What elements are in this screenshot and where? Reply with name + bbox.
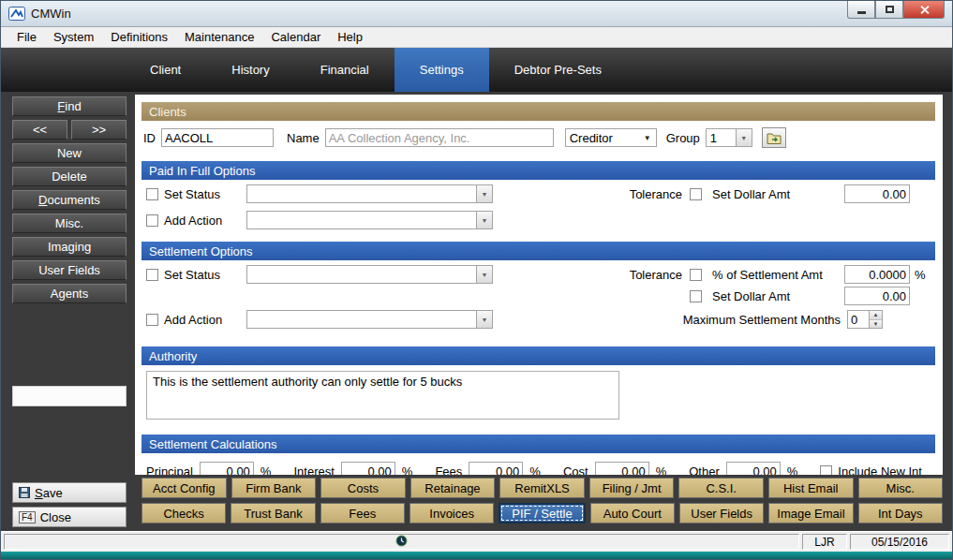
- menu-maintenance[interactable]: Maintenance: [176, 28, 262, 46]
- authority-textarea[interactable]: This is the settlement authority can onl…: [146, 371, 619, 420]
- chevron-down-icon[interactable]: ▼: [476, 311, 492, 328]
- fees-button[interactable]: Fees: [320, 503, 405, 523]
- pif-set-status-checkbox[interactable]: [146, 188, 158, 200]
- tab-financial[interactable]: Financial: [295, 48, 395, 92]
- cost-label: Cost: [563, 464, 588, 476]
- user-fields-button[interactable]: User Fields: [679, 503, 764, 523]
- invoices-button[interactable]: Invoices: [409, 503, 494, 523]
- settlement-set-dollar-row: Set Dollar Amt: [141, 287, 935, 308]
- include-new-int-checkbox[interactable]: [820, 465, 832, 476]
- auto-court-button[interactable]: Auto Court: [590, 503, 675, 523]
- record-nav: << >>: [12, 120, 127, 140]
- settlement-set-status-dropdown[interactable]: ▼: [246, 265, 493, 284]
- bottom-button-grid: Acct Config Firm Bank Costs Retainage Re…: [141, 478, 943, 528]
- sidebar-item-imaging[interactable]: Imaging: [12, 237, 127, 257]
- close-button[interactable]: F4 Close: [12, 507, 127, 527]
- settlement-add-action-dropdown[interactable]: ▼: [246, 310, 493, 329]
- sidebar-item-documents[interactable]: Documents: [12, 190, 127, 210]
- firm-bank-button[interactable]: Firm Bank: [231, 478, 317, 498]
- retainage-button[interactable]: Retainage: [410, 478, 496, 498]
- settlement-pct-suffix: %: [915, 268, 926, 282]
- csi-button[interactable]: C.S.I.: [678, 478, 764, 498]
- spin-up-icon[interactable]: ▲: [870, 311, 882, 320]
- hist-email-button[interactable]: Hist Email: [768, 478, 854, 498]
- find-button[interactable]: Find: [12, 96, 127, 116]
- tab-history[interactable]: History: [206, 48, 294, 92]
- authority-section-header: Authority: [141, 346, 935, 365]
- menu-file[interactable]: File: [8, 28, 45, 46]
- other-rate-input[interactable]: [726, 462, 781, 475]
- cost-rate-input[interactable]: [595, 462, 649, 475]
- client-name-input[interactable]: [325, 128, 554, 147]
- settlement-tolerance-group: Tolerance % of Settlement Amt %: [630, 265, 926, 284]
- costs-button[interactable]: Costs: [320, 478, 406, 498]
- prev-record-button[interactable]: <<: [12, 120, 67, 140]
- title-bar[interactable]: CMWin: [1, 1, 952, 27]
- int-days-button[interactable]: Int Days: [858, 503, 943, 523]
- chevron-down-icon[interactable]: ▼: [476, 266, 492, 283]
- menu-system[interactable]: System: [45, 28, 102, 46]
- settlement-set-status-checkbox[interactable]: [146, 269, 158, 281]
- bottom-edge: [1, 552, 952, 559]
- menu-bar: File System Definitions Maintenance Cale…: [1, 27, 952, 48]
- settlement-set-dollar-checkbox[interactable]: [690, 290, 702, 302]
- chevron-down-icon[interactable]: ▼: [476, 212, 492, 228]
- tab-settings[interactable]: Settings: [395, 48, 489, 92]
- chevron-down-icon[interactable]: ▼: [476, 185, 492, 202]
- settlement-dollar-amount-input[interactable]: [844, 287, 910, 305]
- app-icon: [8, 7, 25, 21]
- fees-rate-input[interactable]: [469, 462, 523, 475]
- client-id-input[interactable]: [161, 128, 274, 147]
- group-dropdown[interactable]: 1 ▼: [706, 128, 752, 147]
- settlement-pct-checkbox[interactable]: [690, 269, 702, 281]
- interest-rate-input[interactable]: [341, 462, 395, 475]
- menu-definitions[interactable]: Definitions: [102, 28, 176, 46]
- settlement-tolerance-label: Tolerance: [630, 268, 682, 282]
- tab-debtor-pre-sets[interactable]: Debtor Pre-Sets: [489, 48, 627, 92]
- pif-add-action-checkbox[interactable]: [146, 214, 158, 227]
- close-window-button[interactable]: [903, 1, 945, 19]
- sidebar-blank-panel: [12, 386, 127, 406]
- acct-config-button[interactable]: Acct Config: [141, 478, 227, 498]
- sidebar-item-new[interactable]: New: [12, 143, 127, 163]
- pif-set-status-dropdown[interactable]: ▼: [246, 184, 493, 203]
- clock-icon: [395, 535, 408, 547]
- close-label: Close: [40, 510, 71, 524]
- tab-client[interactable]: Client: [125, 48, 206, 92]
- misc-button[interactable]: Misc.: [858, 478, 944, 498]
- spin-down-icon[interactable]: ▼: [870, 320, 882, 329]
- pif-set-dollar-checkbox[interactable]: [690, 188, 702, 200]
- checks-button[interactable]: Checks: [141, 503, 226, 523]
- sidebar-item-delete[interactable]: Delete: [12, 167, 127, 186]
- filing-jmt-button[interactable]: Filing / Jmt: [589, 478, 675, 498]
- maximize-button[interactable]: [875, 1, 903, 19]
- remitxls-button[interactable]: RemitXLS: [499, 478, 585, 498]
- save-label: Save: [35, 486, 63, 500]
- next-record-button[interactable]: >>: [71, 120, 127, 140]
- fees-label: Fees: [435, 464, 462, 476]
- settlement-header-label: Settlement Options: [149, 244, 253, 258]
- menu-calendar[interactable]: Calendar: [262, 28, 329, 46]
- max-months-input[interactable]: [848, 311, 869, 328]
- pif-settle-button[interactable]: PIF / Settle: [499, 503, 585, 523]
- trust-bank-button[interactable]: Trust Bank: [231, 503, 315, 523]
- settlement-pct-input[interactable]: [844, 265, 910, 284]
- image-email-button[interactable]: Image Email: [768, 503, 853, 523]
- menu-help[interactable]: Help: [329, 28, 371, 46]
- chevron-down-icon[interactable]: ▼: [736, 129, 752, 146]
- sidebar-item-user-fields[interactable]: User Fields: [12, 260, 127, 280]
- save-button[interactable]: Save: [12, 482, 127, 503]
- sidebar-item-agents[interactable]: Agents: [12, 284, 127, 303]
- chevron-down-icon: ▼: [644, 134, 656, 142]
- group-folder-button[interactable]: [762, 127, 786, 148]
- principal-rate-input[interactable]: [200, 462, 254, 475]
- minimize-button[interactable]: [847, 1, 875, 19]
- client-type-dropdown[interactable]: Creditor ▼: [565, 128, 657, 147]
- settings-content: Clients ID Name Creditor ▼ Group 1 ▼: [135, 95, 943, 475]
- pif-dollar-amount-input[interactable]: [844, 184, 910, 203]
- sidebar-item-misc[interactable]: Misc.: [12, 214, 127, 233]
- max-months-spinner[interactable]: ▲ ▼: [847, 310, 883, 329]
- save-disk-icon: [19, 487, 30, 498]
- pif-add-action-dropdown[interactable]: ▼: [246, 211, 493, 229]
- settlement-add-action-checkbox[interactable]: [146, 314, 158, 326]
